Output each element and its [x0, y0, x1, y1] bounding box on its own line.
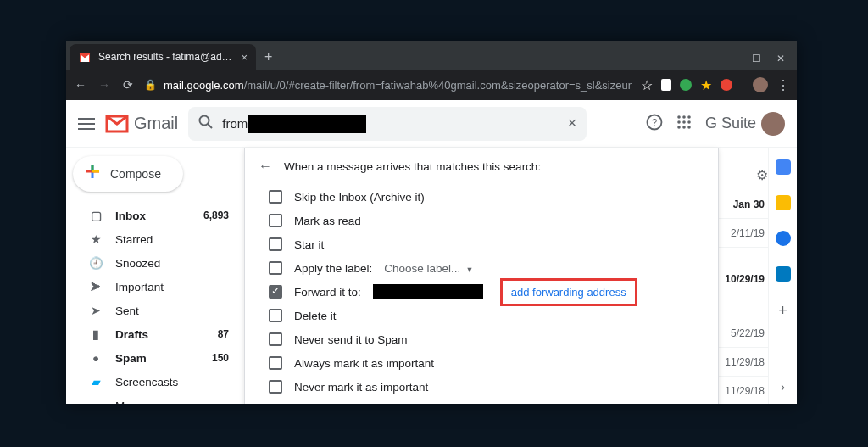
tasks-addon-icon[interactable] [776, 231, 791, 246]
back-arrow-icon[interactable]: ← [259, 159, 272, 174]
checkbox[interactable] [269, 190, 282, 204]
extensions: ★ ⋮ [661, 77, 790, 93]
search-box[interactable]: from × [188, 107, 587, 141]
checkbox[interactable] [269, 380, 282, 394]
add-addon-icon[interactable]: + [778, 302, 787, 320]
chrome-profile-avatar[interactable] [753, 77, 768, 92]
checkbox[interactable] [269, 332, 282, 346]
gmail-header: Gmail from × ? G Suite [66, 100, 797, 148]
gsuite-badge: G Suite [705, 112, 785, 136]
filter-option-never-spam[interactable]: Never send it to Spam [245, 327, 718, 351]
sidebar-item-label: Inbox [115, 210, 146, 222]
bookmark-star-icon[interactable]: ☆ [641, 77, 653, 93]
svg-point-7 [682, 120, 686, 124]
sidebar-item-inbox[interactable]: ▢ Inbox 6,893 [73, 204, 237, 227]
extension-icon[interactable]: ★ [700, 77, 712, 93]
extension-icon[interactable] [661, 79, 671, 91]
label-icon: ▰ [88, 375, 103, 388]
filter-option-delete[interactable]: Delete it [245, 304, 718, 327]
browser-window: Search results - fatima@addicti × + — ☐ … [66, 41, 797, 404]
collapse-panel-icon[interactable]: › [781, 380, 785, 394]
message-date: 2/11/19 [719, 219, 768, 248]
send-icon: ➤ [88, 304, 103, 317]
filter-option-forward[interactable]: Forward it to: add forwarding address [245, 280, 718, 304]
sidebar-item-label: Drafts [115, 328, 148, 341]
checkbox-checked[interactable] [269, 285, 282, 299]
new-tab-button[interactable]: + [256, 49, 281, 70]
filter-heading: When a message arrives that matches this… [284, 160, 541, 173]
apps-grid-icon[interactable] [676, 115, 692, 133]
tab-strip: Search results - fatima@addicti × + — ☐ … [66, 41, 797, 70]
search-query-prefix: from [222, 116, 248, 131]
sidebar-item-more[interactable]: ⌄ More [73, 394, 237, 404]
sidebar-item-snoozed[interactable]: 🕘 Snoozed [73, 251, 237, 275]
svg-point-8 [687, 120, 691, 124]
lock-icon: 🔒 [144, 79, 157, 91]
side-panel: + › [768, 148, 797, 404]
svg-point-4 [682, 115, 686, 119]
gmail-app: Gmail from × ? G Suite [66, 100, 797, 404]
profile-avatar[interactable] [761, 112, 785, 136]
checkbox[interactable] [269, 237, 282, 251]
star-icon: ★ [88, 232, 103, 246]
sidebar-item-label: Sent [115, 305, 139, 317]
checkbox[interactable] [269, 356, 282, 370]
create-filter-panel: ← When a message arrives that matches th… [244, 148, 719, 404]
close-tab-icon[interactable]: × [241, 51, 248, 64]
message-date: Jan 30 [719, 190, 768, 219]
sidebar-item-spam[interactable]: ● Spam 150 [73, 346, 237, 370]
sidebar-item-label: Starred [115, 233, 153, 246]
sidebar-item-screencasts[interactable]: ▰ Screencasts [73, 370, 237, 394]
filter-option-label: Always mark it as important [294, 357, 434, 370]
settings-gear-icon[interactable]: ⚙ [756, 167, 768, 183]
extension-icon[interactable] [680, 79, 692, 91]
filter-option-label: Never mark it as important [294, 381, 428, 394]
sidebar-item-drafts[interactable]: ▮ Drafts 87 [73, 322, 237, 346]
chrome-menu-icon[interactable]: ⋮ [776, 77, 790, 93]
filter-option-skip-inbox[interactable]: Skip the Inbox (Archive it) [245, 185, 718, 209]
filter-option-apply-label[interactable]: Apply the label: Choose label...▼ [245, 256, 718, 280]
filter-option-star[interactable]: Star it [245, 232, 718, 256]
trello-addon-icon[interactable] [776, 266, 791, 282]
filter-option-categorize[interactable]: Categorize as: Choose category...▼ [245, 399, 718, 404]
compose-button[interactable]: Compose [73, 156, 183, 192]
sidebar-item-important[interactable]: ⮞ Important [73, 275, 237, 299]
svg-point-6 [677, 120, 681, 124]
sidebar-item-sent[interactable]: ➤ Sent [73, 299, 237, 322]
label-dropdown[interactable]: Choose label...▼ [384, 262, 473, 275]
support-icon[interactable]: ? [646, 114, 663, 134]
filter-option-mark-read[interactable]: Mark as read [245, 209, 718, 232]
filter-option-label: Never send it to Spam [294, 333, 408, 346]
gmail-logo[interactable]: Gmail [105, 114, 178, 133]
extension-icon[interactable] [721, 79, 732, 91]
checkbox[interactable] [269, 309, 282, 322]
sidebar: Compose ▢ Inbox 6,893 ★ Starred 🕘 Snooze… [66, 148, 244, 404]
sidebar-item-count: 6,893 [203, 210, 229, 221]
sidebar-item-starred[interactable]: ★ Starred [73, 227, 237, 251]
clear-search-icon[interactable]: × [568, 115, 577, 132]
forward-button[interactable]: → [97, 78, 112, 92]
svg-text:?: ? [652, 117, 657, 127]
checkbox[interactable] [269, 261, 282, 275]
sidebar-item-label: Spam [115, 352, 147, 365]
back-button[interactable]: ← [73, 78, 88, 92]
maximize-button[interactable]: ☐ [752, 53, 761, 64]
reload-button[interactable]: ⟳ [120, 78, 136, 92]
file-icon: ▮ [88, 327, 103, 341]
add-forwarding-address-link[interactable]: add forwarding address [500, 278, 637, 306]
close-window-button[interactable]: ✕ [776, 53, 785, 64]
keep-addon-icon[interactable] [776, 195, 791, 210]
search-input[interactable]: from [222, 115, 559, 133]
minimize-button[interactable]: — [726, 53, 737, 64]
filter-option-always-important[interactable]: Always mark it as important [245, 351, 718, 375]
checkbox[interactable] [269, 214, 282, 227]
address-bar: ← → ⟳ 🔒 mail.google.com/mail/u/0/#create… [66, 70, 797, 100]
important-icon: ⮞ [88, 281, 103, 293]
omnibox[interactable]: 🔒 mail.google.com/mail/u/0/#create-filte… [144, 79, 632, 92]
caret-down-icon: ▼ [465, 265, 473, 274]
browser-tab[interactable]: Search results - fatima@addicti × [70, 44, 256, 70]
filter-option-never-important[interactable]: Never mark it as important [245, 375, 718, 399]
calendar-addon-icon[interactable] [776, 159, 791, 175]
main-menu-icon[interactable] [78, 118, 95, 130]
tab-title: Search results - fatima@addicti [98, 51, 234, 63]
